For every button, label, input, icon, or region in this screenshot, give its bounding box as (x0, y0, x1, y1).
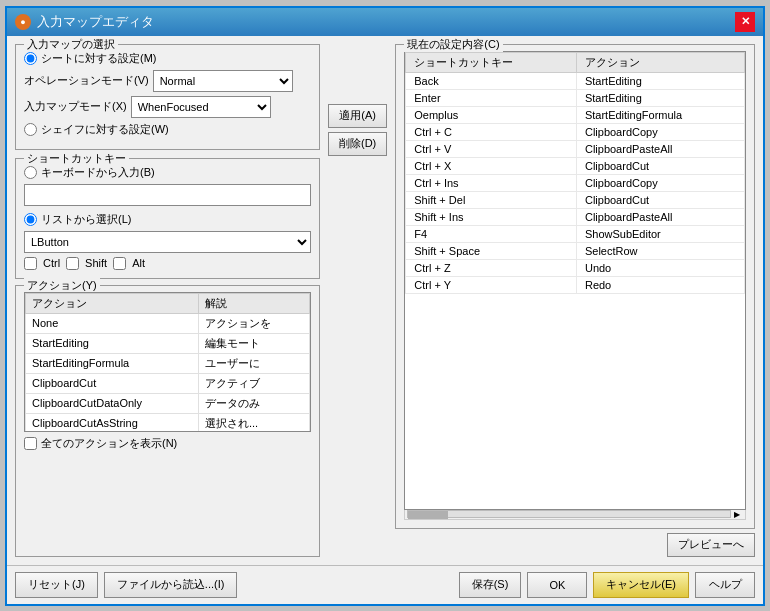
shortcut-cell: Ctrl + X (406, 157, 577, 174)
sheet-radio[interactable] (24, 52, 37, 65)
keyboard-radio-row: キーボードから入力(B) (24, 165, 311, 180)
dialog-title: 入力マップエディタ (37, 13, 154, 31)
ok-button[interactable]: OK (527, 572, 587, 598)
shortcut-table-row[interactable]: Ctrl + ZUndo (406, 259, 745, 276)
shortcut-cell: Back (406, 72, 577, 89)
action-table-row[interactable]: ClipboardCutDataOnlyデータのみ (26, 393, 310, 413)
shortcut-table-row[interactable]: Ctrl + YRedo (406, 276, 745, 293)
shortcut-list-select[interactable]: LButton (24, 231, 311, 253)
shortcut-group: ショートカットキー キーボードから入力(B) リストから選択(L) LButto… (15, 158, 320, 279)
action-group: アクション(Y) アクション 解説 NoneアクションをStartEditi (15, 285, 320, 557)
action-table-scroll[interactable]: アクション 解説 NoneアクションをStartEditing編集モートStar… (25, 293, 310, 431)
op-mode-select[interactable]: Normal (153, 70, 293, 92)
preview-button[interactable]: プレビューへ (667, 533, 755, 557)
shortcut-table-row[interactable]: BackStartEditing (406, 72, 745, 89)
close-button[interactable]: ✕ (735, 12, 755, 32)
shortcut-table-row[interactable]: Ctrl + VClipboardPasteAll (406, 140, 745, 157)
footer: リセット(J) ファイルから読込...(I) 保存(S) OK キャンセル(E)… (7, 565, 763, 604)
op-mode-row: オペレーションモード(V) Normal (24, 70, 311, 92)
cancel-button[interactable]: キャンセル(E) (593, 572, 689, 598)
shortcut-table-row[interactable]: Ctrl + XClipboardCut (406, 157, 745, 174)
action-table-container: アクション 解説 NoneアクションをStartEditing編集モートStar… (24, 292, 311, 432)
left-panel: 入力マップの選択 シートに対する設定(M) オペレーションモード(V) Norm… (15, 44, 320, 557)
shortcut-table-row[interactable]: Shift + SpaceSelectRow (406, 242, 745, 259)
action-table-row[interactable]: ClipboardCutAsString選択され... (26, 413, 310, 431)
shortcut-table-row[interactable]: F4ShowSubEditor (406, 225, 745, 242)
shortcut-table-container[interactable]: ショートカットキー アクション BackStartEditingEnterSta… (404, 51, 746, 510)
save-button[interactable]: 保存(S) (459, 572, 522, 598)
action-cell-right: ClipboardPasteAll (576, 140, 744, 157)
shortcut-cell: F4 (406, 225, 577, 242)
shape-radio-row: シェイフに対する設定(W) (24, 122, 311, 137)
keyboard-radio[interactable] (24, 166, 37, 179)
alt-checkbox[interactable] (113, 257, 126, 270)
load-button[interactable]: ファイルから読込...(I) (104, 572, 238, 598)
shortcut-cell: Shift + Ins (406, 208, 577, 225)
mid-buttons: 適用(A) 削除(D) (328, 44, 387, 557)
apply-button[interactable]: 適用(A) (328, 104, 387, 128)
action-cell-right: StartEditing (576, 89, 744, 106)
desc-cell: 編集モート (198, 333, 309, 353)
ctrl-checkbox[interactable] (24, 257, 37, 270)
action-cell: None (26, 313, 199, 333)
desc-cell: データのみ (198, 393, 309, 413)
shortcut-table-row[interactable]: EnterStartEditing (406, 89, 745, 106)
shortcut-table: ショートカットキー アクション BackStartEditingEnterSta… (405, 52, 745, 294)
shortcut-col-header: ショートカットキー (406, 52, 577, 72)
reset-button[interactable]: リセット(J) (15, 572, 98, 598)
action-group-label: アクション(Y) (24, 278, 100, 293)
show-all-label: 全てのアクションを表示(N) (41, 436, 177, 451)
action-cell: ClipboardCutDataOnly (26, 393, 199, 413)
action-table: アクション 解説 NoneアクションをStartEditing編集モートStar… (25, 293, 310, 431)
action-cell-right: ClipboardCut (576, 191, 744, 208)
action-table-row[interactable]: StartEditing編集モート (26, 333, 310, 353)
ctrl-label: Ctrl (43, 257, 60, 269)
keyboard-input[interactable] (24, 184, 311, 206)
action-cell-right: ClipboardCut (576, 157, 744, 174)
shortcut-table-row[interactable]: Ctrl + InsClipboardCopy (406, 174, 745, 191)
keyboard-input-row (24, 184, 311, 206)
shortcut-group-label: ショートカットキー (24, 151, 129, 166)
title-bar-left: ● 入力マップエディタ (15, 13, 154, 31)
action-cell-right: Redo (576, 276, 744, 293)
app-icon: ● (15, 14, 31, 30)
shortcut-table-row[interactable]: Shift + InsClipboardPasteAll (406, 208, 745, 225)
help-button[interactable]: ヘルプ (695, 572, 755, 598)
shortcut-table-row[interactable]: Shift + DelClipboardCut (406, 191, 745, 208)
desc-col-header: 解説 (198, 293, 309, 313)
action-cell-right: ClipboardCopy (576, 123, 744, 140)
list-radio-label: リストから選択(L) (41, 212, 131, 227)
show-all-row: 全てのアクションを表示(N) (24, 436, 311, 451)
shape-radio-label: シェイフに対する設定(W) (41, 122, 169, 137)
delete-button[interactable]: 削除(D) (328, 132, 387, 156)
action-table-row[interactable]: ClipboardCutアクティブ (26, 373, 310, 393)
action-table-row[interactable]: Noneアクションを (26, 313, 310, 333)
action-cell-right: SelectRow (576, 242, 744, 259)
scroll-right-btn[interactable]: ▶ (731, 510, 743, 519)
input-map-group: 入力マップの選択 シートに対する設定(M) オペレーションモード(V) Norm… (15, 44, 320, 150)
shortcut-table-row[interactable]: OemplusStartEditingFormula (406, 106, 745, 123)
keyboard-radio-label: キーボードから入力(B) (41, 165, 155, 180)
action-col-header: アクション (26, 293, 199, 313)
right-panel: 現在の設定内容(C) ショートカットキー アクション BackStartEdit… (395, 44, 755, 557)
action-cell-right: ClipboardPasteAll (576, 208, 744, 225)
action-cell-right: StartEditingFormula (576, 106, 744, 123)
action-cell-right: ClipboardCopy (576, 174, 744, 191)
action-table-row[interactable]: StartEditingFormulaユーザーに (26, 353, 310, 373)
list-select-row: LButton (24, 231, 311, 253)
horizontal-scrollbar[interactable]: ▶ (404, 510, 746, 520)
desc-cell: 選択され... (198, 413, 309, 431)
list-radio[interactable] (24, 213, 37, 226)
shortcut-cell: Ctrl + V (406, 140, 577, 157)
shortcut-table-row[interactable]: Ctrl + CClipboardCopy (406, 123, 745, 140)
input-mode-label: 入力マップモード(X) (24, 99, 127, 114)
show-all-checkbox[interactable] (24, 437, 37, 450)
shift-checkbox[interactable] (66, 257, 79, 270)
input-map-group-label: 入力マップの選択 (24, 37, 118, 52)
shape-radio[interactable] (24, 123, 37, 136)
input-mode-select[interactable]: WhenFocused (131, 96, 271, 118)
input-mode-row: 入力マップモード(X) WhenFocused (24, 96, 311, 118)
dialog-window: ● 入力マップエディタ ✕ 入力マップの選択 シートに対する設定(M) オペレー… (5, 6, 765, 606)
scrollbar-track (407, 510, 731, 518)
shortcut-cell: Shift + Space (406, 242, 577, 259)
